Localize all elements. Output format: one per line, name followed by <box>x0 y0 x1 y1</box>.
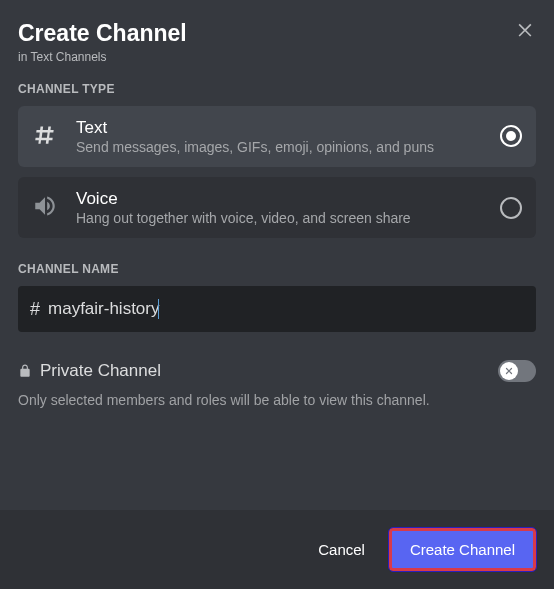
channel-type-option-voice[interactable]: Voice Hang out together with voice, vide… <box>18 177 536 238</box>
channel-type-name: Voice <box>76 189 500 209</box>
modal-footer: Cancel Create Channel <box>0 510 554 589</box>
channel-name-label: CHANNEL NAME <box>18 262 536 276</box>
modal-subtitle: in Text Channels <box>18 50 536 64</box>
channel-name-input[interactable]: # mayfair-history <box>18 286 536 332</box>
private-channel-toggle[interactable] <box>498 360 536 382</box>
hash-prefix-icon: # <box>30 299 40 320</box>
text-caret <box>158 299 159 319</box>
cancel-button[interactable]: Cancel <box>302 531 381 568</box>
channel-type-desc: Hang out together with voice, video, and… <box>76 210 500 226</box>
lock-icon <box>18 364 32 378</box>
close-icon <box>515 19 535 43</box>
toggle-knob-off-icon <box>500 362 518 380</box>
channel-type-text-info: Text Send messages, images, GIFs, emoji,… <box>76 118 500 155</box>
channel-type-voice-info: Voice Hang out together with voice, vide… <box>76 189 500 226</box>
private-channel-row: Private Channel <box>18 360 536 382</box>
create-channel-modal: Create Channel in Text Channels CHANNEL … <box>0 0 554 589</box>
speaker-icon <box>32 193 64 223</box>
channel-name-value: mayfair-history <box>48 299 159 319</box>
channel-type-name: Text <box>76 118 500 138</box>
create-channel-button[interactable]: Create Channel <box>389 528 536 571</box>
modal-header: Create Channel in Text Channels <box>0 0 554 68</box>
channel-name-section: CHANNEL NAME # mayfair-history <box>18 262 536 332</box>
private-channel-desc: Only selected members and roles will be … <box>18 392 536 408</box>
radio-unselected-icon <box>500 197 522 219</box>
channel-type-desc: Send messages, images, GIFs, emoji, opin… <box>76 139 500 155</box>
private-channel-label: Private Channel <box>40 361 498 381</box>
hash-icon <box>32 121 64 151</box>
modal-title: Create Channel <box>18 20 536 48</box>
channel-type-label: CHANNEL TYPE <box>18 82 536 96</box>
modal-body: CHANNEL TYPE Text Send messages, images,… <box>0 68 554 510</box>
channel-type-option-text[interactable]: Text Send messages, images, GIFs, emoji,… <box>18 106 536 167</box>
radio-selected-icon <box>500 125 522 147</box>
close-button[interactable] <box>512 18 538 44</box>
